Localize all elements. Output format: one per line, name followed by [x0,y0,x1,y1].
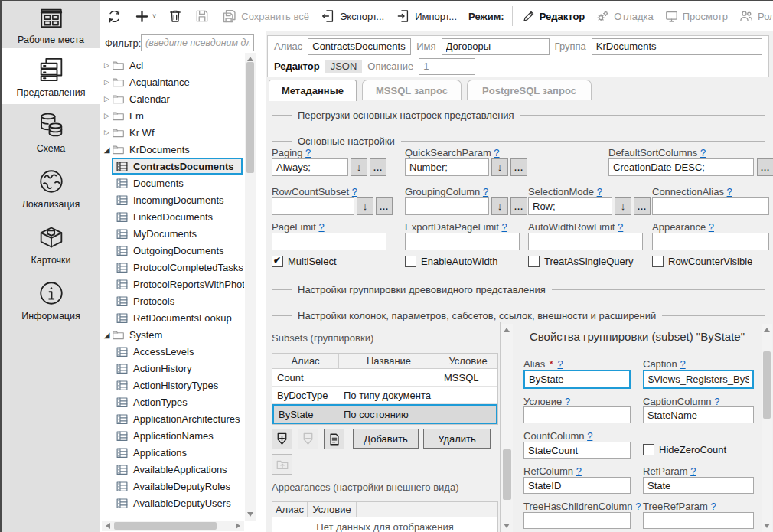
ref-param-property-input[interactable] [643,477,754,494]
refresh-button[interactable] [106,8,122,24]
selection-mode-input[interactable] [528,197,612,215]
tree-item[interactable]: ApplicationNames [102,427,244,444]
tree-item[interactable]: AvailableDeputyRoles [102,478,244,494]
tree-item[interactable]: Protocols [102,292,244,309]
sidebar-item-schema[interactable]: Схема [2,104,100,160]
tree-vertical-scrollbar[interactable] [245,53,256,521]
group-input[interactable] [592,38,762,55]
help-icon[interactable]: ? [587,430,592,442]
alias-property-input[interactable] [523,370,631,389]
expander-icon[interactable]: ▷ [102,61,112,69]
sidebar-item-cards[interactable]: Карточки [2,216,100,272]
tree-ref-param-property-input[interactable] [643,512,754,529]
mode-roles-button[interactable]: Роли [739,8,773,24]
help-icon[interactable]: ? [680,358,685,370]
tree-item[interactable]: IncomingDocuments [102,191,244,208]
help-icon[interactable]: ? [352,186,357,197]
description-input[interactable] [419,58,475,75]
subset-row[interactable]: Count MSSQL [272,369,497,387]
appearance-input[interactable] [652,233,769,250]
tree-item[interactable]: LinkedDocuments [102,208,244,225]
count-column-property-input[interactable] [523,442,631,459]
filter-input[interactable] [141,34,254,51]
tree-item[interactable]: RefDocumentsLookup [102,309,244,326]
tab-mssql-query[interactable]: MSSQL запрос [362,80,462,100]
quick-search-param-down-button[interactable]: ↓ [491,158,508,176]
tree-item[interactable]: ActionHistoryTypes [102,377,244,393]
expander-icon[interactable]: ◢ [102,145,112,154]
help-icon[interactable]: ? [501,221,507,233]
scroll-left-icon[interactable] [106,523,110,529]
condition-property-input[interactable] [523,406,631,423]
quick-search-param-input[interactable] [405,158,489,176]
expander-icon[interactable]: ▷ [102,112,112,119]
scroll-down-icon[interactable] [504,524,510,528]
ref-column-property-input[interactable] [523,477,631,494]
tree-item[interactable]: ActionTypes [102,393,244,410]
help-icon[interactable]: ? [714,396,719,407]
export-button[interactable]: Экспорт... [321,8,384,24]
tree-item[interactable]: ▷Kr Wf [102,124,244,141]
checkbox-box[interactable] [272,256,283,267]
mode-debug-button[interactable]: Отладка [595,9,653,24]
name-input[interactable] [442,38,550,55]
tab-postgresql-query[interactable]: PostgreSQL запрос [467,80,592,100]
add-button[interactable]: ˅ [134,8,156,24]
column-header[interactable]: Алиас [272,354,339,368]
scrollbar-thumb[interactable] [503,449,511,500]
properties-vertical-scrollbar[interactable] [762,324,772,532]
scrollbar-thumb[interactable] [246,62,254,173]
auto-width-row-limit-input[interactable] [528,233,643,250]
tree-horizontal-scrollbar[interactable] [102,521,244,531]
paging-more-button[interactable]: ... [370,158,386,176]
tree-item[interactable]: OutgoingDocuments [102,242,244,259]
scroll-up-icon[interactable] [247,57,253,61]
tree-item[interactable]: ProtocolReportsWithPhot [102,276,244,292]
tree-item[interactable]: ApplicationArchitectures [102,410,244,427]
help-icon[interactable]: ? [483,186,488,197]
column-header[interactable]: Условие [308,502,357,517]
delete-button[interactable] [168,8,183,24]
sidebar-item-views[interactable]: Представления [2,48,100,104]
grouping-column-input[interactable] [405,197,489,215]
default-sort-columns-more-button[interactable]: ... [757,158,773,176]
page-limit-input[interactable] [272,233,386,250]
checkbox-box[interactable] [643,444,654,455]
paging-down-button[interactable]: ↓ [351,158,367,176]
enable-auto-width-checkbox[interactable]: EnableAutoWidth [405,256,497,267]
tree-item[interactable]: Documents [102,175,244,191]
help-icon[interactable]: ? [597,186,602,197]
grouping-column-down-button[interactable]: ↓ [491,197,508,215]
caption-property-input[interactable] [643,370,754,389]
subsets-vertical-scrollbar[interactable] [501,324,513,532]
connection-alias-input[interactable] [652,197,769,215]
column-header[interactable]: Название [339,354,439,368]
treat-as-single-query-checkbox[interactable]: TreatAsSingleQuery [528,256,634,267]
tree-item[interactable]: ActionHistory [102,360,244,377]
tree-item[interactable]: AvailableDeputyUsers [102,494,244,511]
tree-item[interactable]: MyDocuments [102,225,244,242]
sidebar-item-information[interactable]: Информация [2,272,100,328]
save-all-button[interactable]: Сохранить всё [221,8,309,24]
scroll-up-icon[interactable] [764,328,770,332]
multiselect-checkbox[interactable]: MultiSelect [272,256,337,267]
scroll-right-icon[interactable] [236,523,240,529]
selection-mode-down-button[interactable]: ↓ [615,197,631,215]
subset-document-button[interactable] [324,429,344,449]
checkbox-box[interactable] [405,256,416,267]
json-toggle[interactable]: JSON [325,60,363,73]
help-icon[interactable]: ? [494,147,499,158]
column-header[interactable]: Условие [439,354,497,368]
help-icon[interactable]: ? [710,501,716,512]
subset-move-up-button[interactable] [272,454,292,475]
tree-item[interactable]: Applications [102,444,244,461]
tree-item[interactable]: ▷Calendar [102,90,244,107]
subset-add-button[interactable]: Добавить [353,429,419,449]
help-icon[interactable]: ? [558,358,563,370]
help-icon[interactable]: ? [305,147,311,158]
help-icon[interactable]: ? [709,221,714,233]
help-icon[interactable]: ? [318,221,324,233]
tree-item[interactable]: ◢System [102,326,244,343]
tree-item[interactable]: ▷Acl [102,57,244,73]
checkbox-box[interactable] [528,256,540,267]
